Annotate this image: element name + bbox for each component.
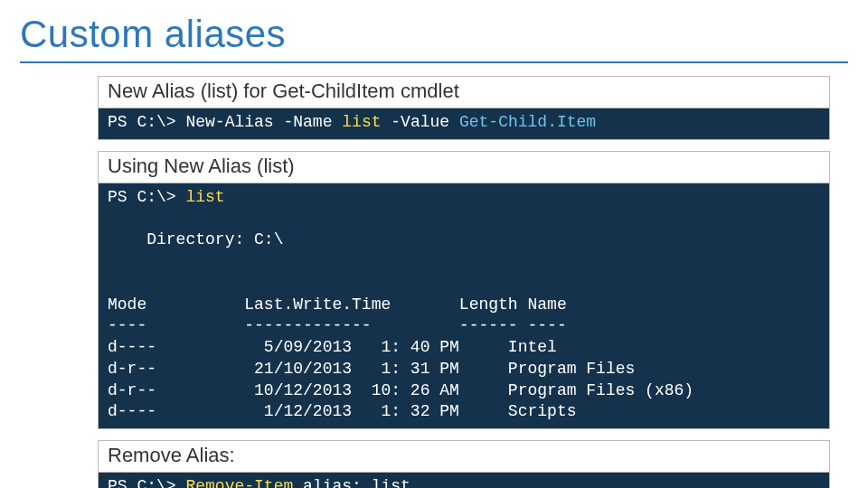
code-text: Mode Last.Write.Time Length Name [108,296,567,314]
code-text: d-r-- 10/12/2013 10: 26 AM Program Files… [108,381,693,399]
section-label-1: New Alias (list) for Get-ChildItem cmdle… [98,76,830,108]
code-text: alias: list [303,477,410,488]
code-text: d-r-- 21/10/2013 1: 31 PM Program Files [108,360,635,378]
code-text: PS C:\> [108,188,176,206]
code-block-3: PS C:\> Remove-Item alias: list [98,473,830,488]
code-text: Remove-Item [185,477,293,488]
section-label-2: Using New Alias (list) [98,151,830,183]
code-text: PS C:\> [108,113,176,131]
content-area: New Alias (list) for Get-ChildItem cmdle… [98,76,830,488]
code-block-2: PS C:\> list Directory: C:\ Mode Last.Wr… [98,183,830,429]
code-text: -Value [391,113,449,131]
code-text: d---- 5/09/2013 1: 40 PM Intel [108,338,557,356]
code-text: New-Alias -Name [185,113,332,131]
code-text: list [185,188,224,206]
code-text: PS C:\> [108,477,176,488]
code-text: list [342,113,381,131]
code-block-1: PS C:\> New-Alias -Name list -Value Get-… [98,108,830,140]
code-text: Directory: C:\ [146,230,283,249]
page-title: Custom aliases [0,0,868,56]
code-text: Get-Child.Item [459,113,596,131]
section-label-3: Remove Alias: [98,440,830,473]
title-rule [20,61,848,63]
code-text: d---- 1/12/2013 1: 32 PM Scripts [108,402,576,420]
code-text: ---- ------------- ------ ---- [108,316,567,334]
